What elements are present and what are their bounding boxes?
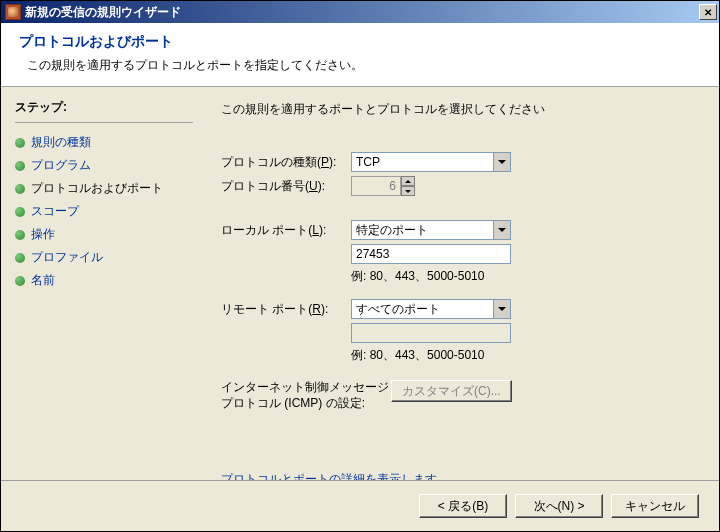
close-button[interactable]: ✕ bbox=[699, 4, 717, 20]
footer-buttons: < 戻る(B) 次へ(N) > キャンセル bbox=[1, 480, 719, 531]
step-label: 操作 bbox=[31, 226, 55, 243]
bullet-icon bbox=[15, 230, 25, 240]
step-rule-type[interactable]: 規則の種類 bbox=[15, 131, 193, 154]
protocol-type-value: TCP bbox=[356, 155, 380, 169]
step-label: スコープ bbox=[31, 203, 79, 220]
protocol-number-input bbox=[351, 176, 401, 196]
protocol-type-label: プロトコルの種類(P): bbox=[221, 154, 351, 171]
step-name[interactable]: 名前 bbox=[15, 269, 193, 292]
bullet-icon bbox=[15, 253, 25, 263]
bullet-icon bbox=[15, 138, 25, 148]
cancel-button[interactable]: キャンセル bbox=[611, 494, 699, 518]
local-port-example: 例: 80、443、5000-5010 bbox=[351, 268, 699, 285]
local-port-input[interactable] bbox=[351, 244, 511, 264]
chevron-down-icon bbox=[493, 300, 510, 318]
remote-port-label: リモート ポート(R): bbox=[221, 301, 351, 318]
protocol-number-label: プロトコル番号(U): bbox=[221, 178, 351, 195]
local-port-dropdown[interactable]: 特定のポート bbox=[351, 220, 511, 240]
step-label: 規則の種類 bbox=[31, 134, 91, 151]
window-title: 新規の受信の規則ウイザード bbox=[25, 4, 181, 21]
page-title: プロトコルおよびポート bbox=[19, 33, 701, 51]
steps-heading: ステップ: bbox=[15, 99, 193, 116]
header-area: プロトコルおよびポート この規則を適用するプロトコルとポートを指定してください。 bbox=[1, 23, 719, 87]
step-label: プログラム bbox=[31, 157, 91, 174]
step-label: プロファイル bbox=[31, 249, 103, 266]
step-profile[interactable]: プロファイル bbox=[15, 246, 193, 269]
step-label: 名前 bbox=[31, 272, 55, 289]
remote-port-input bbox=[351, 323, 511, 343]
steps-sidebar: ステップ: 規則の種類 プログラム プロトコルおよびポート スコープ 操作 bbox=[1, 87, 201, 483]
bullet-icon bbox=[15, 207, 25, 217]
remote-port-select-value: すべてのポート bbox=[356, 301, 440, 318]
chevron-down-icon bbox=[493, 153, 510, 171]
next-button[interactable]: 次へ(N) > bbox=[515, 494, 603, 518]
step-action[interactable]: 操作 bbox=[15, 223, 193, 246]
spinner-up[interactable] bbox=[401, 176, 415, 186]
bullet-icon bbox=[15, 161, 25, 171]
instruction-text: この規則を適用するポートとプロトコルを選択してください bbox=[221, 101, 699, 118]
back-button[interactable]: < 戻る(B) bbox=[419, 494, 507, 518]
firewall-icon bbox=[5, 4, 21, 20]
step-scope[interactable]: スコープ bbox=[15, 200, 193, 223]
bullet-icon bbox=[15, 184, 25, 194]
chevron-down-icon bbox=[493, 221, 510, 239]
icmp-label: インターネット制御メッセージ プロトコル (ICMP) の設定: bbox=[221, 380, 391, 411]
bullet-icon bbox=[15, 276, 25, 286]
icmp-customize-button: カスタマイズ(C)... bbox=[391, 380, 512, 402]
local-port-label: ローカル ポート(L): bbox=[221, 222, 351, 239]
sidebar-divider bbox=[15, 122, 193, 123]
remote-port-example: 例: 80、443、5000-5010 bbox=[351, 347, 699, 364]
wizard-window: 新規の受信の規則ウイザード ✕ プロトコルおよびポート この規則を適用するプロト… bbox=[0, 0, 720, 532]
spinner-down[interactable] bbox=[401, 186, 415, 196]
step-program[interactable]: プログラム bbox=[15, 154, 193, 177]
page-description: この規則を適用するプロトコルとポートを指定してください。 bbox=[19, 57, 701, 74]
main-panel: この規則を適用するポートとプロトコルを選択してください プロトコルの種類(P):… bbox=[201, 87, 719, 483]
protocol-type-dropdown[interactable]: TCP bbox=[351, 152, 511, 172]
local-port-select-value: 特定のポート bbox=[356, 222, 428, 239]
step-label: プロトコルおよびポート bbox=[31, 180, 163, 197]
remote-port-dropdown[interactable]: すべてのポート bbox=[351, 299, 511, 319]
step-protocol-ports[interactable]: プロトコルおよびポート bbox=[15, 177, 193, 200]
titlebar: 新規の受信の規則ウイザード ✕ bbox=[1, 1, 719, 23]
